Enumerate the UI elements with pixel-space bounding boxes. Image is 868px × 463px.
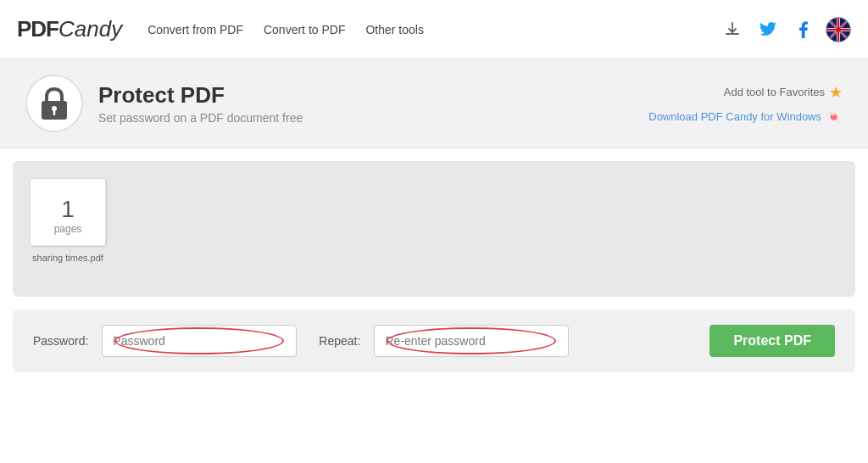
add-favorites-button[interactable]: Add tool to Favorites ★ [724, 83, 843, 102]
file-pages-label: pages [54, 223, 82, 235]
lock-icon [39, 86, 70, 120]
add-favorites-label: Add tool to Favorites [724, 86, 825, 98]
repeat-password-input[interactable] [374, 325, 569, 357]
facebook-icon[interactable] [790, 16, 817, 43]
tool-header: Protect PDF Set password on a PDF docume… [0, 59, 868, 148]
header: PDFCandy Convert from PDF Convert to PDF… [0, 0, 868, 59]
download-icon[interactable] [719, 16, 746, 43]
password-input[interactable] [102, 325, 297, 357]
tool-title: Protect PDF [98, 82, 303, 109]
password-input-wrap [102, 325, 297, 357]
repeat-input-wrap [374, 325, 569, 357]
password-label: Password: [33, 334, 88, 348]
star-icon: ★ [829, 83, 843, 102]
language-flag-icon[interactable] [826, 17, 851, 42]
logo: PDFCandy [17, 16, 122, 42]
password-area: Password: Repeat: Protect PDF [13, 310, 855, 372]
tool-subtitle: Set password on a PDF document free [98, 111, 303, 125]
repeat-label: Repeat: [319, 334, 360, 348]
logo-candy: Candy [58, 16, 122, 42]
candy-icon: 🍬 [826, 109, 843, 125]
file-pages-number: 1 [61, 196, 75, 223]
download-candy-label: Download PDF Candy for Windows [648, 110, 821, 123]
twitter-icon[interactable] [754, 16, 782, 43]
tool-info: Protect PDF Set password on a PDF docume… [98, 82, 303, 125]
logo-pdf: PDF [17, 16, 58, 42]
header-right [719, 16, 851, 43]
file-area: 1 pages sharing times.pdf [13, 161, 855, 297]
nav: Convert from PDF Convert to PDF Other to… [147, 23, 719, 36]
protect-pdf-button[interactable]: Protect PDF [709, 325, 835, 357]
tool-header-right: Add tool to Favorites ★ Download PDF Can… [648, 83, 843, 125]
nav-convert-to-pdf[interactable]: Convert to PDF [264, 23, 345, 36]
tool-header-left: Protect PDF Set password on a PDF docume… [25, 75, 303, 132]
nav-other-tools[interactable]: Other tools [365, 23, 423, 36]
file-name: sharing times.pdf [30, 253, 106, 263]
lock-icon-wrap [25, 75, 83, 132]
file-item: 1 pages sharing times.pdf [30, 178, 106, 263]
nav-convert-from-pdf[interactable]: Convert from PDF [147, 23, 243, 36]
download-candy-button[interactable]: Download PDF Candy for Windows 🍬 [648, 109, 843, 125]
file-thumbnail: 1 pages [30, 178, 106, 246]
